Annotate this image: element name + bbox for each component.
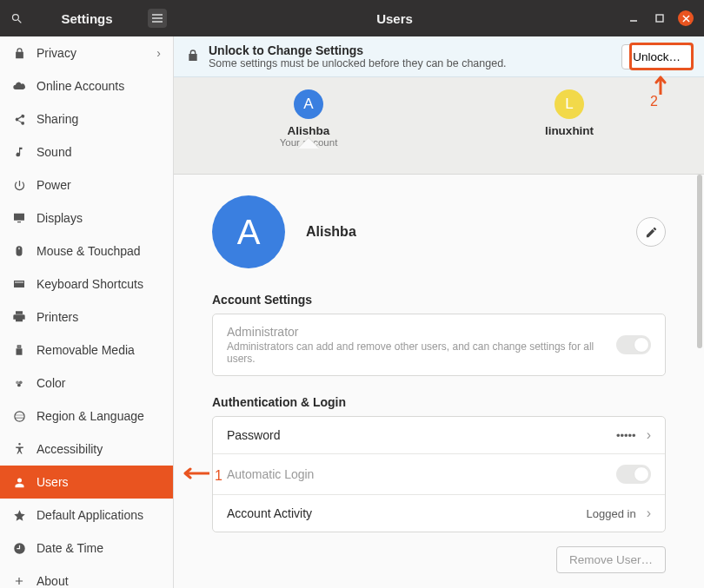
account-settings-card: Administrator Administrators can add and…	[212, 314, 666, 376]
users-strip: AAlishbaYour accountLlinuxhint	[174, 77, 704, 175]
clock-icon	[12, 541, 26, 555]
minimize-button[interactable]	[626, 10, 641, 26]
password-label: Password	[227, 428, 606, 442]
active-tab-indicator	[298, 138, 319, 149]
maximize-icon	[655, 14, 664, 23]
sidebar-item-online-accounts[interactable]: Online Accounts	[0, 69, 173, 102]
administrator-label: Administrator	[227, 325, 606, 339]
chevron-right-icon: ›	[647, 427, 651, 443]
svg-point-3	[17, 383, 21, 386]
sidebar-item-label: Online Accounts	[37, 79, 124, 93]
sidebar-item-label: Date & Time	[37, 541, 103, 555]
account-activity-row[interactable]: Account Activity Logged in ›	[213, 494, 665, 532]
sidebar-item-date-time[interactable]: Date & Time	[0, 532, 173, 565]
pencil-icon	[645, 226, 658, 239]
chevron-right-icon: ›	[156, 46, 161, 60]
edit-name-button[interactable]	[636, 217, 666, 247]
svg-point-1	[16, 380, 19, 384]
sidebar: Privacy›Online AccountsSharingSoundPower…	[0, 36, 174, 588]
sidebar-item-label: Printers	[37, 310, 78, 324]
annotation-highlight-2	[629, 43, 694, 70]
sidebar-item-label: Color	[37, 376, 65, 390]
remove-user-button[interactable]: Remove User…	[556, 546, 666, 573]
sidebar-item-label: Accessibility	[37, 442, 103, 456]
titlebar: Settings Users	[0, 0, 704, 36]
share-icon	[12, 112, 26, 126]
user-tab-name: linuxhint	[545, 124, 594, 137]
page-title: Users	[174, 11, 615, 26]
power-icon	[12, 178, 26, 192]
scrollbar-thumb[interactable]	[697, 175, 702, 348]
account-settings-title: Account Settings	[212, 293, 666, 307]
search-button[interactable]	[0, 0, 33, 36]
sidebar-item-keyboard-shortcuts[interactable]: Keyboard Shortcuts	[0, 268, 173, 301]
unlock-banner: Unlock to Change Settings Some settings …	[174, 36, 704, 77]
sidebar-item-power[interactable]: Power	[0, 168, 173, 202]
automatic-login-label: Automatic Login	[227, 467, 606, 481]
sidebar-item-sharing[interactable]: Sharing	[0, 102, 173, 135]
music-icon	[12, 145, 26, 159]
hamburger-button[interactable]	[141, 0, 174, 36]
sidebar-item-about[interactable]: About	[0, 565, 173, 588]
auth-login-title: Authentication & Login	[212, 395, 666, 409]
sidebar-item-accessibility[interactable]: Accessibility	[0, 433, 173, 466]
automatic-login-toggle	[616, 465, 651, 484]
sidebar-item-default-applications[interactable]: Default Applications	[0, 499, 173, 532]
sidebar-item-privacy[interactable]: Privacy›	[0, 36, 173, 69]
svg-rect-0	[656, 15, 663, 22]
sidebar-item-label: Region & Language	[37, 409, 144, 423]
administrator-toggle	[616, 335, 651, 354]
scrollbar[interactable]	[697, 175, 702, 588]
banner-subtitle: Some settings must be unlocked before th…	[209, 57, 613, 69]
svg-point-2	[18, 380, 22, 384]
sidebar-item-label: Displays	[37, 211, 83, 225]
sidebar-item-sound[interactable]: Sound	[0, 135, 173, 168]
sidebar-item-label: Power	[37, 178, 71, 192]
sidebar-item-displays[interactable]: Displays	[0, 202, 173, 235]
sidebar-item-label: Sharing	[37, 112, 78, 126]
sidebar-item-removable-media[interactable]: Removable Media	[0, 334, 173, 367]
user-tab-linuxhint[interactable]: Llinuxhint	[517, 89, 621, 137]
account-activity-label: Account Activity	[227, 506, 576, 520]
display-icon	[12, 211, 26, 225]
sidebar-item-label: Users	[37, 475, 69, 489]
automatic-login-row: Automatic Login	[213, 453, 665, 494]
user-name: Alishba	[306, 224, 615, 240]
maximize-button[interactable]	[652, 10, 667, 26]
account-activity-value: Logged in	[587, 507, 636, 520]
search-icon	[10, 12, 23, 25]
sidebar-item-region-language[interactable]: Region & Language	[0, 400, 173, 433]
usb-icon	[12, 343, 26, 357]
avatar: A	[294, 89, 323, 119]
avatar: L	[555, 89, 584, 119]
mouse-icon	[12, 244, 26, 258]
star-icon	[12, 508, 26, 522]
content: Unlock to Change Settings Some settings …	[174, 36, 704, 588]
password-row[interactable]: Password ••••• ›	[213, 417, 665, 453]
sidebar-item-color[interactable]: Color	[0, 367, 173, 400]
sidebar-item-label: Removable Media	[37, 343, 135, 357]
sidebar-item-label: About	[37, 574, 69, 588]
avatar-large: A	[212, 195, 285, 268]
banner-title: Unlock to Change Settings	[209, 43, 613, 57]
sidebar-item-printers[interactable]: Printers	[0, 301, 173, 334]
chevron-right-icon: ›	[647, 505, 651, 521]
color-icon	[12, 376, 26, 390]
sidebar-item-users[interactable]: Users	[0, 466, 173, 499]
lock-icon	[186, 49, 200, 65]
lock-icon	[12, 46, 26, 60]
user-tab-alishba[interactable]: AAlishbaYour account	[256, 89, 361, 148]
sidebar-item-label: Sound	[37, 145, 71, 159]
users-icon	[12, 475, 26, 489]
sidebar-item-label: Default Applications	[37, 508, 143, 522]
annotation-label-2: 2	[650, 94, 658, 109]
plus-icon	[12, 574, 26, 588]
sidebar-item-mouse-touchpad[interactable]: Mouse & Touchpad	[0, 235, 173, 268]
close-button[interactable]	[678, 10, 694, 26]
sidebar-item-label: Keyboard Shortcuts	[37, 277, 143, 291]
sidebar-item-label: Privacy	[37, 46, 76, 60]
administrator-desc: Administrators can add and remove other …	[227, 340, 606, 365]
close-icon	[682, 15, 690, 23]
accessibility-icon	[12, 442, 26, 456]
user-tab-name: Alishba	[288, 124, 330, 137]
